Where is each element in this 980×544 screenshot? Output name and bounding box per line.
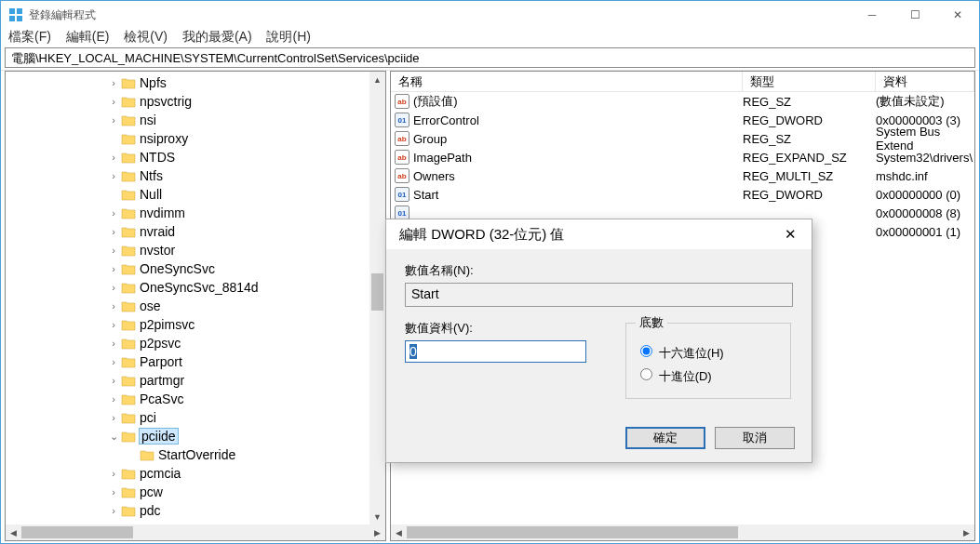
expand-icon[interactable]: ›: [108, 282, 119, 293]
list-row[interactable]: 01StartREG_DWORD0x00000000 (0): [391, 185, 974, 204]
scroll-left-icon[interactable]: ◀: [6, 524, 21, 540]
expand-icon[interactable]: ›: [108, 300, 119, 312]
scroll-thumb[interactable]: [371, 273, 383, 311]
expand-icon[interactable]: ›: [108, 412, 119, 423]
list-row[interactable]: abGroupREG_SZSystem Bus Extend: [391, 129, 974, 148]
expand-icon[interactable]: ›: [108, 338, 119, 349]
tree-item[interactable]: Null: [6, 185, 369, 204]
tree-item[interactable]: ›nvdimm: [6, 204, 369, 222]
tree-item-label: npsvctrig: [140, 94, 192, 109]
value-data: System32\drivers\: [876, 151, 974, 165]
expand-icon[interactable]: ›: [108, 468, 119, 479]
expand-icon[interactable]: ›: [108, 77, 119, 88]
expand-icon[interactable]: ›: [108, 114, 119, 126]
expand-icon[interactable]: ›: [108, 486, 119, 498]
value-type: REG_DWORD: [743, 188, 876, 202]
scroll-left-icon[interactable]: ◀: [391, 524, 407, 540]
expand-icon[interactable]: ›: [108, 375, 119, 386]
list-row[interactable]: abOwnersREG_MULTI_SZmshdc.inf: [391, 166, 974, 185]
tree-item[interactable]: nsiproxy: [6, 129, 369, 148]
tree-item[interactable]: ›partmgr: [6, 371, 369, 390]
scroll-right-icon[interactable]: ▶: [959, 524, 974, 540]
tree-item[interactable]: ›pcw: [6, 483, 369, 501]
tree-item[interactable]: ›nsi: [6, 111, 369, 129]
maximize-button[interactable]: ☐: [893, 1, 936, 29]
expand-icon[interactable]: ›: [108, 356, 119, 367]
menu-favorites[interactable]: 我的最愛(A): [182, 29, 252, 44]
expand-icon[interactable]: ›: [108, 152, 119, 163]
header-type[interactable]: 類型: [743, 72, 876, 91]
folder-icon: [121, 206, 136, 219]
scroll-down-icon[interactable]: ▼: [369, 509, 385, 524]
tree-horizontal-scrollbar[interactable]: ◀ ▶: [6, 524, 385, 540]
cancel-button[interactable]: 取消: [715, 427, 795, 449]
radio-hex-input[interactable]: [640, 345, 652, 357]
scroll-right-icon[interactable]: ▶: [369, 524, 385, 540]
expand-icon[interactable]: ›: [108, 245, 119, 256]
list-horizontal-scrollbar[interactable]: ◀ ▶: [391, 524, 974, 540]
tree-item-label: p2pimsvc: [140, 317, 195, 332]
tree-item[interactable]: ›pci: [6, 408, 369, 427]
radio-hex[interactable]: 十六進位(H): [636, 342, 781, 362]
list-row[interactable]: ab(預設值)REG_SZ(數值未設定): [391, 92, 974, 111]
value-name: Start: [413, 188, 438, 202]
header-data[interactable]: 資料: [876, 72, 974, 91]
radio-dec-input[interactable]: [640, 368, 652, 380]
expand-icon[interactable]: ⌄: [108, 431, 119, 443]
scroll-up-icon[interactable]: ▲: [369, 72, 385, 87]
tree-item[interactable]: ›pcmcia: [6, 464, 369, 483]
tree-item[interactable]: ›p2psvc: [6, 334, 369, 352]
expand-icon[interactable]: ›: [108, 96, 119, 107]
expand-icon[interactable]: ›: [108, 393, 119, 405]
tree-item[interactable]: ›PcaSvc: [6, 390, 369, 408]
tree-item[interactable]: StartOverride: [6, 445, 369, 464]
tree-item[interactable]: ›Npfs: [6, 73, 369, 92]
folder-icon: [121, 504, 136, 517]
value-data: mshdc.inf: [876, 169, 974, 183]
tree-item[interactable]: ›pdc: [6, 501, 369, 520]
tree-item[interactable]: ›Ntfs: [6, 166, 369, 185]
radio-dec[interactable]: 十進位(D): [636, 365, 781, 385]
value-data: 0x00000001 (1): [876, 225, 974, 239]
folder-icon: [121, 262, 136, 275]
tree-item[interactable]: ›OneSyncSvc: [6, 259, 369, 278]
scroll-thumb[interactable]: [21, 526, 133, 538]
folder-icon: [121, 244, 136, 257]
expand-icon[interactable]: ›: [108, 207, 119, 219]
expand-icon[interactable]: ›: [108, 263, 119, 274]
tree-item[interactable]: ›Parport: [6, 352, 369, 371]
menu-edit[interactable]: 編輯(E): [66, 29, 110, 44]
tree-item[interactable]: ›nvraid: [6, 222, 369, 241]
tree-item-label: pdc: [140, 503, 161, 518]
close-button[interactable]: ✕: [936, 1, 979, 29]
tree-item-label: Ntfs: [140, 168, 163, 183]
tree-item-label: Npfs: [140, 75, 167, 90]
menu-file[interactable]: 檔案(F): [8, 29, 51, 44]
list-row[interactable]: abImagePathREG_EXPAND_SZSystem32\drivers…: [391, 148, 974, 166]
value-data-input[interactable]: [405, 340, 586, 363]
value-type: REG_SZ: [743, 95, 876, 109]
value-type: REG_EXPAND_SZ: [743, 151, 876, 165]
header-name[interactable]: 名稱: [391, 72, 743, 91]
tree-vertical-scrollbar[interactable]: ▲ ▼: [369, 72, 385, 524]
tree-item[interactable]: ⌄pciide: [6, 427, 369, 445]
expand-icon[interactable]: ›: [108, 226, 119, 237]
dialog-close-icon[interactable]: ✕: [776, 226, 804, 243]
ok-button[interactable]: 確定: [625, 427, 705, 449]
tree-item[interactable]: ›ose: [6, 297, 369, 315]
scroll-thumb[interactable]: [407, 526, 738, 538]
tree-item[interactable]: ›npsvctrig: [6, 92, 369, 111]
tree-item[interactable]: ›p2pimsvc: [6, 315, 369, 334]
tree-item[interactable]: ›NTDS: [6, 148, 369, 166]
tree-item-label: Parport: [140, 354, 182, 369]
menu-help[interactable]: 說明(H): [266, 29, 310, 44]
menu-view[interactable]: 檢視(V): [124, 29, 168, 44]
minimize-button[interactable]: ─: [851, 1, 893, 29]
tree-item-label: OneSyncSvc: [140, 261, 215, 276]
tree-item[interactable]: ›nvstor: [6, 241, 369, 259]
expand-icon[interactable]: ›: [108, 505, 119, 516]
expand-icon[interactable]: ›: [108, 319, 119, 330]
path-bar[interactable]: 電腦\HKEY_LOCAL_MACHINE\SYSTEM\CurrentCont…: [5, 47, 975, 68]
tree-item[interactable]: ›OneSyncSvc_8814d: [6, 278, 369, 297]
expand-icon[interactable]: ›: [108, 170, 119, 181]
